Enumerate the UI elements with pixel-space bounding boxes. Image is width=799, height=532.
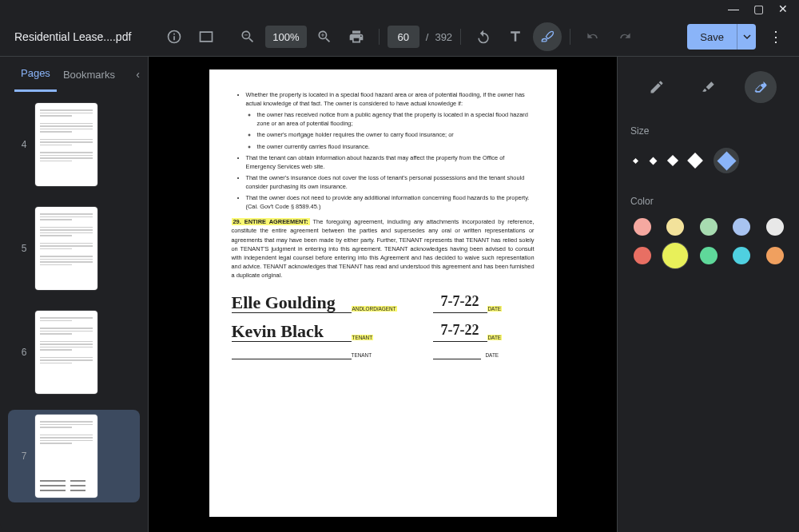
thumbnail-preview bbox=[35, 415, 97, 498]
color-option[interactable] bbox=[634, 247, 651, 264]
eraser-icon bbox=[753, 79, 769, 95]
date-label: DATE bbox=[487, 334, 503, 342]
save-button[interactable]: Save bbox=[687, 24, 737, 50]
rotate-icon bbox=[475, 29, 491, 45]
signature-role-label: TENANT bbox=[352, 334, 409, 342]
color-option[interactable] bbox=[700, 218, 718, 236]
color-option[interactable] bbox=[766, 218, 784, 236]
color-section-label: Color bbox=[630, 196, 786, 207]
color-options bbox=[630, 218, 786, 264]
signature-row: Kevin Black TENANT 7-7-22 DATE bbox=[232, 320, 535, 342]
color-option[interactable] bbox=[733, 218, 750, 236]
toolbar-separator bbox=[379, 29, 380, 45]
fit-icon bbox=[198, 29, 214, 45]
toolbar-right: Save ⋮ bbox=[687, 24, 789, 50]
total-pages: 392 bbox=[435, 31, 452, 43]
highlighter-icon bbox=[701, 79, 717, 95]
zoom-in-button[interactable] bbox=[310, 22, 339, 51]
chevron-down-icon bbox=[743, 33, 751, 41]
fit-page-button[interactable] bbox=[192, 22, 221, 51]
color-option[interactable] bbox=[662, 243, 688, 268]
date-label: DATE bbox=[487, 305, 503, 313]
thumbnail-preview bbox=[35, 103, 97, 186]
signature-empty-line bbox=[232, 348, 352, 359]
toolbar-separator bbox=[570, 29, 570, 45]
more-options-button[interactable]: ⋮ bbox=[762, 28, 789, 46]
color-option[interactable] bbox=[700, 247, 718, 264]
signature-date: 7-7-22 bbox=[433, 291, 487, 313]
signature-role-label: ANDLORD/AGENT bbox=[352, 305, 409, 313]
list-item: That the owner's insurance does not cove… bbox=[246, 173, 535, 191]
size-option-xs[interactable] bbox=[634, 159, 638, 163]
maximize-button[interactable]: ▢ bbox=[753, 3, 764, 14]
thumbnail-item[interactable]: 7 bbox=[8, 410, 140, 502]
signature-name: Elle Goulding bbox=[232, 294, 352, 313]
list-item: the owner's mortgage holder requires the… bbox=[257, 130, 535, 139]
minimize-button[interactable]: — bbox=[728, 3, 739, 14]
save-dropdown-button[interactable] bbox=[737, 24, 756, 50]
signature-row: Elle Goulding ANDLORD/AGENT 7-7-22 DATE bbox=[232, 291, 535, 313]
document-properties-button[interactable] bbox=[160, 22, 189, 51]
document-page: Whether the property is located in a spe… bbox=[209, 69, 557, 517]
size-option-lg[interactable] bbox=[690, 155, 701, 166]
info-icon bbox=[166, 29, 182, 45]
size-section-label: Size bbox=[630, 125, 786, 137]
size-option-sm[interactable] bbox=[650, 158, 656, 164]
tab-pages[interactable]: Pages bbox=[14, 57, 57, 92]
zoom-in-icon bbox=[316, 29, 332, 45]
list-item: That the owner does not need to provide … bbox=[246, 193, 535, 211]
highlighter-tool-button[interactable] bbox=[693, 71, 725, 103]
zoom-level-input[interactable]: 100% bbox=[265, 26, 307, 48]
eraser-tool-button[interactable] bbox=[745, 71, 777, 103]
list-item: Whether the property is located in a spe… bbox=[246, 90, 535, 108]
app-body: Pages Bookmarks ‹ 4 5 bbox=[0, 56, 799, 532]
annotation-panel: Size Color bbox=[617, 57, 799, 532]
annotate-button[interactable] bbox=[533, 22, 562, 51]
document-viewer[interactable]: Whether the property is located in a spe… bbox=[149, 57, 617, 532]
tab-bookmarks[interactable]: Bookmarks bbox=[57, 57, 121, 92]
signature-row: TENANT DATE bbox=[232, 348, 535, 359]
zoom-out-button[interactable] bbox=[233, 22, 262, 51]
signature-date-empty bbox=[433, 348, 481, 359]
text-tool-button[interactable] bbox=[501, 22, 530, 51]
thumbnail-item[interactable]: 6 bbox=[8, 306, 140, 399]
window-controls: — ▢ ✕ bbox=[0, 0, 799, 18]
draw-icon bbox=[539, 29, 555, 45]
pen-icon bbox=[649, 79, 665, 95]
current-page-input[interactable]: 60 bbox=[388, 26, 419, 48]
page-separator: / bbox=[426, 31, 429, 43]
sidebar-tabs: Pages Bookmarks ‹ bbox=[0, 57, 148, 92]
thumbnail-list[interactable]: 4 5 bbox=[0, 92, 148, 532]
save-button-group: Save bbox=[687, 24, 756, 50]
thumbnail-preview bbox=[35, 207, 97, 290]
redo-icon bbox=[617, 29, 633, 45]
thumbnail-item[interactable]: 5 bbox=[8, 202, 140, 295]
print-button[interactable] bbox=[342, 22, 371, 51]
section-paragraph: 29. ENTIRE AGREEMENT: The foregoing agre… bbox=[232, 217, 535, 280]
list-item: That the tenant can obtain information a… bbox=[246, 153, 535, 171]
redo-button[interactable] bbox=[610, 22, 639, 51]
tool-row bbox=[630, 71, 786, 103]
color-option[interactable] bbox=[766, 247, 784, 264]
list-item: the owner currently carries flood insura… bbox=[257, 142, 535, 151]
thumbnail-preview bbox=[35, 311, 97, 394]
signature-block: Elle Goulding ANDLORD/AGENT 7-7-22 DATE … bbox=[232, 291, 535, 359]
text-icon bbox=[507, 29, 523, 45]
color-option[interactable] bbox=[634, 218, 651, 236]
list-item: the owner has received notice from a pub… bbox=[257, 110, 535, 128]
thumbnail-number: 4 bbox=[13, 139, 35, 150]
sidebar: Pages Bookmarks ‹ 4 5 bbox=[0, 57, 149, 532]
thumbnail-item[interactable]: 4 bbox=[8, 98, 140, 191]
collapse-sidebar-button[interactable]: ‹ bbox=[136, 68, 140, 81]
size-option-xl[interactable] bbox=[714, 148, 739, 173]
undo-button[interactable] bbox=[578, 22, 607, 51]
rotate-button[interactable] bbox=[469, 22, 498, 51]
toolbar-separator bbox=[460, 29, 461, 45]
close-button[interactable]: ✕ bbox=[778, 3, 788, 14]
pen-tool-button[interactable] bbox=[641, 71, 673, 103]
color-option[interactable] bbox=[733, 247, 750, 264]
file-title: Residential Lease....pdf bbox=[14, 30, 131, 43]
thumbnail-number: 7 bbox=[13, 451, 35, 462]
size-option-md[interactable] bbox=[669, 157, 677, 165]
color-option[interactable] bbox=[666, 218, 684, 236]
